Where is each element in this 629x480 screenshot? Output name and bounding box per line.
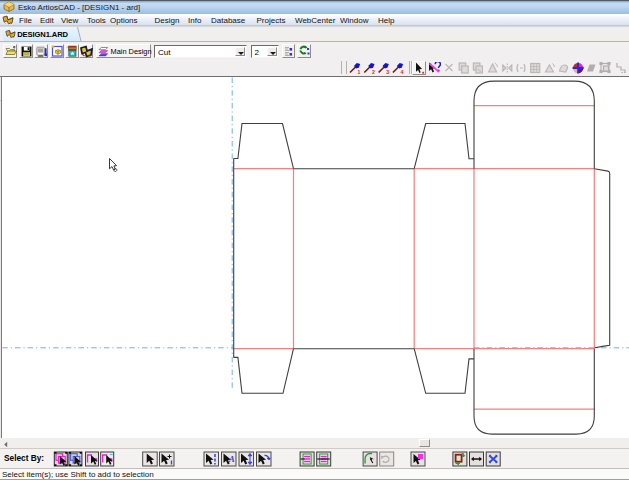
svg-text:4: 4 xyxy=(400,69,403,75)
svg-text:3: 3 xyxy=(386,69,389,75)
svg-text:1: 1 xyxy=(357,69,360,75)
svg-text:A: A xyxy=(228,453,235,463)
svg-text:2: 2 xyxy=(371,69,374,75)
